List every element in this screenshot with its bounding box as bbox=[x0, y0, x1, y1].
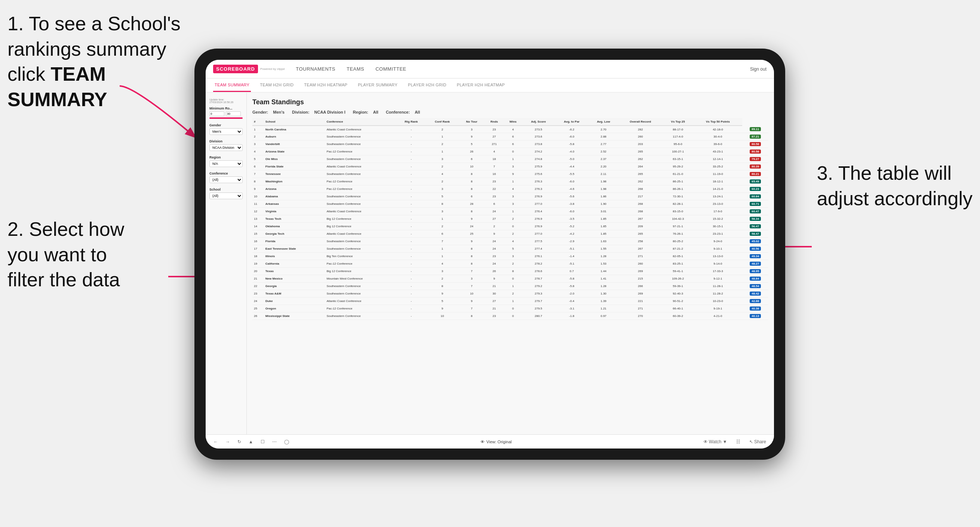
nav-tournaments[interactable]: TOURNAMENTS bbox=[296, 66, 336, 72]
cell-avg-par: 1.39 bbox=[589, 297, 619, 305]
cell-adj: -6.0 bbox=[555, 133, 589, 141]
nav-committee[interactable]: COMMITTEE bbox=[375, 66, 406, 72]
cell-adj: -6.0 bbox=[555, 208, 589, 215]
cell-avg-par: 1.28 bbox=[589, 283, 619, 290]
cell-rtg-rank: - bbox=[397, 125, 426, 133]
cell-overall-record: 97-21-1 bbox=[663, 223, 693, 230]
cell-top25: 42-18-0 bbox=[693, 125, 742, 133]
cell-rnds: 4 bbox=[485, 148, 504, 156]
tab-team-summary[interactable]: TEAM SUMMARY bbox=[213, 78, 251, 92]
cell-adj: -4.0 bbox=[555, 148, 589, 156]
cell-rnds: 18 bbox=[485, 156, 504, 163]
cell-rnds: 22 bbox=[485, 186, 504, 193]
table-row: 3 Vanderbilt Southeastern Conference - 2… bbox=[252, 141, 768, 148]
cell-school: Georgia Tech bbox=[264, 230, 325, 238]
share-button[interactable]: ↖ Share bbox=[747, 438, 768, 446]
toolbar-forward[interactable]: → bbox=[223, 438, 232, 446]
cell-top50: 48.42 bbox=[742, 290, 768, 297]
region-select[interactable]: N/A bbox=[209, 160, 243, 167]
tab-player-summary[interactable]: PLAYER SUMMARY bbox=[356, 78, 399, 92]
school-select[interactable]: (All) bbox=[209, 192, 243, 199]
tab-team-h2h-heatmap[interactable]: TEAM H2H HEATMAP bbox=[302, 78, 349, 92]
cell-rnds: 9 bbox=[485, 230, 504, 238]
cell-rank: 24 bbox=[252, 297, 264, 305]
cell-top50: 60.84 bbox=[742, 193, 768, 200]
cell-wins: 4 bbox=[504, 125, 522, 133]
toolbar-back[interactable]: ← bbox=[211, 438, 220, 446]
cell-rnds: 23 bbox=[485, 193, 504, 200]
range-max-input[interactable] bbox=[226, 111, 241, 116]
arrow-1 bbox=[90, 78, 202, 146]
cell-conference: Southeastern Conference bbox=[325, 156, 396, 163]
cell-rank: 15 bbox=[252, 230, 264, 238]
toolbar-more[interactable]: ⋯ bbox=[270, 438, 279, 446]
cell-top50: 60.23 bbox=[742, 186, 768, 193]
tab-team-h2h-grid[interactable]: TEAM H2H GRID bbox=[258, 78, 295, 92]
cell-rtg-rank: - bbox=[397, 170, 426, 178]
table-row: 13 Texas Tech Big 12 Conference - 1 9 27… bbox=[252, 215, 768, 223]
watch-button[interactable]: 👁 Watch ▼ bbox=[701, 438, 730, 446]
toolbar-clock[interactable]: ◯ bbox=[282, 438, 291, 446]
cell-rnds: 21 bbox=[485, 305, 504, 313]
cell-adj: -5.0 bbox=[555, 156, 589, 163]
cell-no-tour: 9 bbox=[459, 297, 485, 305]
tab-player-h2h-grid[interactable]: PLAYER H2H GRID bbox=[406, 78, 448, 92]
cell-rtg-rank: - bbox=[397, 305, 426, 313]
cell-overall-record: 72-30-1 bbox=[663, 193, 693, 200]
cell-overall-record: 83-15-0 bbox=[663, 208, 693, 215]
cell-score: 276.1 bbox=[522, 252, 555, 260]
cell-adj: -3.1 bbox=[555, 305, 589, 313]
cell-top25: 11-28-2 bbox=[693, 290, 742, 297]
cell-rtg-rank: - bbox=[397, 260, 426, 268]
toolbar-bookmark[interactable]: ☐ bbox=[258, 438, 267, 446]
tab-player-h2h-heatmap[interactable]: PLAYER H2H HEATMAP bbox=[455, 78, 506, 92]
cell-school: Duke bbox=[264, 297, 325, 305]
cell-rtg-rank: - bbox=[397, 283, 426, 290]
cell-rtg-rank: - bbox=[397, 178, 426, 186]
view-original-button[interactable]: 👁 View: Original bbox=[480, 440, 512, 444]
toolbar-share-icon[interactable]: ▲ bbox=[247, 438, 255, 446]
toolbar-grid-icon[interactable]: ☷ bbox=[734, 438, 743, 446]
col-wins: Wins bbox=[504, 118, 522, 125]
cell-rtg-rank: - bbox=[397, 186, 426, 193]
cell-conf-rank: 3 bbox=[426, 186, 459, 193]
cell-overall-record: 59-41-1 bbox=[663, 268, 693, 275]
cell-conf-rank: 4 bbox=[426, 170, 459, 178]
cell-score: 276.9 bbox=[522, 193, 555, 200]
cell-wins: 3 bbox=[504, 200, 522, 208]
cell-wins: 2 bbox=[504, 260, 522, 268]
cell-overall-record: 82-28-1 bbox=[663, 200, 693, 208]
cell-score: 276.3 bbox=[522, 186, 555, 193]
cell-conference: Pac-12 Conference bbox=[325, 148, 396, 156]
cell-avg-low: 268 bbox=[618, 200, 662, 208]
conference-select[interactable]: (All) bbox=[209, 176, 243, 183]
cell-score: 276.9 bbox=[522, 223, 555, 230]
cell-rnds: 271 bbox=[485, 141, 504, 148]
cell-score: 276.4 bbox=[522, 208, 555, 215]
range-min-input[interactable] bbox=[209, 111, 224, 116]
filter-conference: Conference (All) bbox=[209, 171, 243, 183]
cell-no-tour: 25 bbox=[459, 230, 485, 238]
cell-top50: 65.49 bbox=[742, 178, 768, 186]
cell-avg-par: 1.85 bbox=[589, 230, 619, 238]
toolbar-refresh[interactable]: ↻ bbox=[235, 438, 243, 446]
region-filter-display: Region: All bbox=[353, 110, 379, 114]
cell-conference: Atlantic Coast Conference bbox=[325, 208, 396, 215]
cell-rank: 20 bbox=[252, 268, 264, 275]
cell-adj: -4.2 bbox=[555, 230, 589, 238]
cell-overall-record: 66-40-1 bbox=[663, 305, 693, 313]
division-select[interactable]: NCAA Division I NCAA Division II NCAA Di… bbox=[209, 144, 243, 151]
nav-teams[interactable]: TEAMS bbox=[347, 66, 364, 72]
gender-select[interactable]: Men's Women's bbox=[209, 128, 243, 135]
cell-rnds: 9 bbox=[485, 275, 504, 283]
cell-conf-rank: 1 bbox=[426, 252, 459, 260]
cell-school: Auburn bbox=[264, 133, 325, 141]
cell-school: Arizona State bbox=[264, 148, 325, 156]
cell-rtg-rank: - bbox=[397, 313, 426, 320]
cell-rank: 13 bbox=[252, 215, 264, 223]
sign-out-button[interactable]: Sign out bbox=[750, 67, 767, 72]
cell-rtg-rank: - bbox=[397, 163, 426, 170]
cell-conference: Southeastern Conference bbox=[325, 133, 396, 141]
cell-score: 279.5 bbox=[522, 305, 555, 313]
cell-top50: 45.02 bbox=[742, 238, 768, 245]
